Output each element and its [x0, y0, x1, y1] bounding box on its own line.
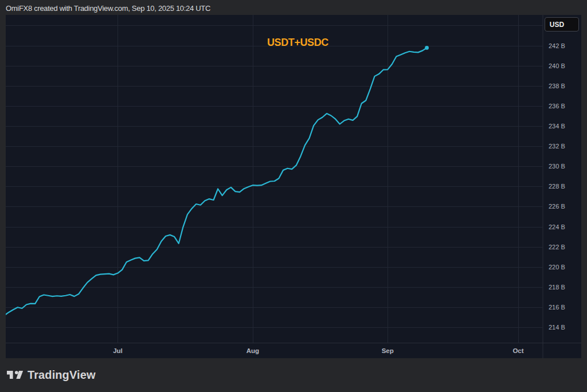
price-scale-label: 238 B	[549, 82, 581, 90]
tradingview-snapshot: OmiFX8 created with TradingView.com, Sep…	[0, 0, 587, 392]
price-scale-label: 224 B	[549, 223, 581, 231]
time-scale-label: Aug	[246, 347, 259, 355]
price-scale-label: 230 B	[549, 162, 581, 170]
time-scale-label: Jul	[113, 347, 123, 355]
price-line	[5, 48, 426, 315]
series-title: USDT+USDC	[267, 37, 330, 49]
chart-canvas[interactable]	[0, 0, 587, 392]
price-scale-label: 232 B	[549, 142, 581, 150]
price-scale-label: 218 B	[549, 283, 581, 291]
price-scale-label: 216 B	[549, 303, 581, 311]
price-scale-label: 226 B	[549, 202, 581, 210]
price-scale-label: 242 B	[549, 42, 581, 50]
price-scale-label: 220 B	[549, 263, 581, 271]
price-scale-label: 228 B	[549, 182, 581, 190]
currency-button[interactable]: USD	[545, 17, 579, 32]
price-scale-label: 222 B	[549, 243, 581, 251]
price-scale-label: 240 B	[549, 62, 581, 70]
brand-name: TradingView	[28, 369, 96, 381]
last-value-dot	[425, 46, 429, 50]
time-scale-label: Oct	[512, 347, 523, 355]
footer-branding: TradingView	[7, 369, 96, 381]
price-scale-label: 214 B	[549, 323, 581, 331]
price-scale-label: 236 B	[549, 102, 581, 110]
price-scale-label: 234 B	[549, 122, 581, 130]
tradingview-logo-icon	[7, 371, 24, 379]
time-scale-label: Sep	[382, 347, 394, 355]
currency-button-label: USD	[550, 21, 564, 29]
